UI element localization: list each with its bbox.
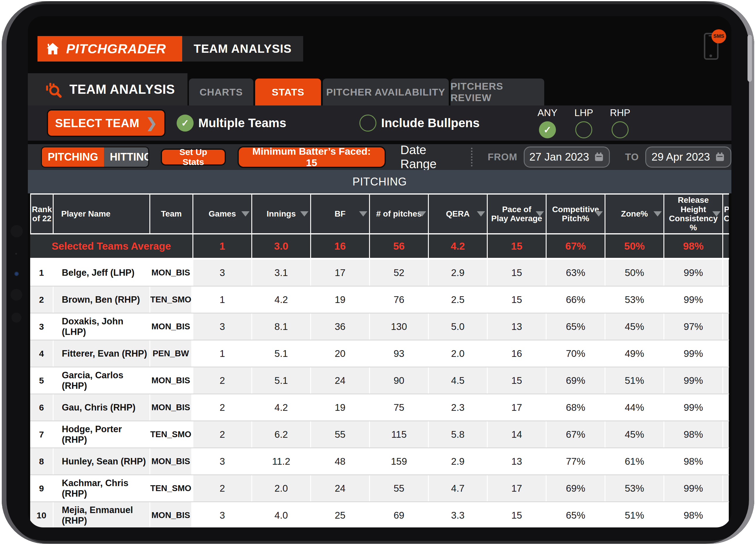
from-date-field[interactable]: 27 Jan 2023: [524, 146, 610, 167]
cell-qera: 4.5: [429, 368, 488, 394]
select-team-button[interactable]: SELECT TEAM ❯: [47, 109, 165, 137]
cell-player-name: Brown, Ben (RHP): [54, 287, 150, 313]
sort-down-icon: [595, 211, 603, 216]
date-range-label: Date Range: [400, 143, 460, 171]
front-camera-small: [11, 313, 21, 323]
cell-games: 3: [193, 448, 252, 474]
cell-bf: 24: [311, 368, 370, 394]
pitching-toggle[interactable]: PITCHING: [42, 147, 104, 167]
app-logo[interactable]: PITCHGRADER: [37, 36, 182, 61]
column-header-bf[interactable]: BF: [311, 194, 370, 233]
cell-pitches: 76: [370, 287, 429, 313]
to-date-field[interactable]: 29 Apr 2023: [645, 146, 731, 167]
cell-qera: 2.5: [429, 287, 488, 313]
cell-rank: 4: [30, 341, 54, 367]
table-row[interactable]: 9Kachmar, Chris (RHP)TEN_SMO22.024554.71…: [30, 475, 729, 502]
cell-clipped: [723, 448, 729, 474]
cell-pace: 13: [488, 448, 547, 474]
cell-bf: 48: [311, 448, 370, 474]
column-header-label: Player Name: [61, 209, 110, 218]
cell-competitive: 63%: [547, 259, 605, 286]
table-row[interactable]: 5Garcia, Carlos (RHP)MON_BIS25.124904.51…: [30, 368, 729, 394]
cell-player-name: Belge, Jeff (LHP): [54, 259, 150, 286]
table-row[interactable]: 3Doxakis, John (LHP)MON_BIS38.1361305.01…: [30, 314, 729, 341]
handedness-option-any[interactable]: ANY✓: [535, 107, 560, 138]
handedness-radio[interactable]: [612, 121, 629, 138]
tab-stats[interactable]: STATS: [255, 78, 321, 105]
handedness-option-rhp[interactable]: RHP: [607, 107, 633, 138]
from-date-value: 27 Jan 2023: [529, 151, 589, 163]
ipad-device-frame: PITCHGRADER TEAM ANALYSIS SMS: [2, 1, 754, 544]
cell-games: 3: [193, 259, 252, 286]
cell-rank: 5: [30, 368, 54, 394]
cell-zone: 53%: [605, 475, 664, 501]
table-row[interactable]: 6Gau, Chris (RHP)MON_BIS24.219752.31768%…: [30, 394, 729, 421]
column-header-competitive[interactable]: Competitive Pitch%: [547, 194, 605, 233]
cell-pitches: 159: [370, 448, 429, 474]
cell-rank: 1: [30, 259, 54, 286]
hitting-toggle[interactable]: HITTING: [104, 147, 149, 167]
cell-player-name: Mejia, Enmanuel (RHP): [54, 502, 150, 527]
cell-clipped: [723, 341, 729, 367]
column-header-zone[interactable]: Zone%: [605, 194, 664, 233]
column-header-innings[interactable]: Innings: [252, 194, 311, 233]
include-bullpens-checkbox[interactable]: [359, 114, 376, 131]
table-row[interactable]: 10Mejia, Enmanuel (RHP)MON_BIS34.025693.…: [30, 502, 729, 527]
cell-rank: 7: [30, 421, 54, 447]
sort-down-icon: [418, 211, 426, 216]
select-team-label: SELECT TEAM: [55, 117, 139, 130]
to-label: TO: [625, 151, 639, 163]
cell-rank: 9: [30, 475, 54, 501]
camera-mic-dot: [15, 253, 17, 254]
section-title: TEAM ANALYSIS: [69, 82, 175, 97]
sms-phone-icon[interactable]: SMS: [704, 29, 731, 64]
handedness-label: LHP: [574, 107, 593, 118]
cell-pace: 16: [488, 341, 547, 367]
table-row[interactable]: 1Belge, Jeff (LHP)MON_BIS33.117522.91563…: [30, 259, 729, 287]
handedness-radio[interactable]: [575, 121, 592, 138]
cell-clipped: [723, 314, 729, 340]
cell-release: 99%: [664, 287, 723, 313]
handedness-option-lhp[interactable]: LHP: [571, 107, 597, 138]
table-row[interactable]: 7Hodge, Porter (RHP)TEN_SMO26.2551155.81…: [30, 421, 729, 448]
cell-team: MON_BIS: [150, 259, 193, 286]
filter-band: PITCHING HITTING Set Up Stats Minimum Ba…: [28, 144, 731, 170]
cell-games: 2: [193, 421, 252, 447]
multiple-teams-checkbox[interactable]: ✓: [177, 114, 194, 131]
column-header-name: Player Name: [54, 194, 150, 233]
column-header-pitches[interactable]: # of pitches: [370, 194, 429, 233]
column-header-release[interactable]: Release Height Consistency %: [664, 194, 723, 233]
table-row[interactable]: 8Hunley, Sean (RHP)MON_BIS311.2481592.91…: [30, 448, 729, 475]
tab-pitcher-availability[interactable]: PITCHER AVAILABILITY: [323, 78, 449, 105]
calendar-icon: [594, 152, 604, 162]
sort-down-icon: [477, 211, 485, 216]
cell-pitches: 55: [370, 475, 429, 501]
setup-stats-button[interactable]: Set Up Stats: [161, 148, 226, 165]
cell-zone: 45%: [605, 421, 664, 447]
column-header-games[interactable]: Games: [193, 194, 252, 233]
table-row[interactable]: 4Fitterer, Evan (RHP)PEN_BW15.120932.016…: [30, 341, 729, 368]
column-header-label: # of pitches: [376, 209, 422, 218]
include-bullpens-label: Include Bullpens: [381, 116, 479, 130]
column-header-pace[interactable]: Pace of Play Average: [488, 194, 547, 233]
cell-pitches: 90: [370, 368, 429, 394]
cell-bf: 19: [311, 287, 370, 313]
minimum-batters-faced-button[interactable]: Minimum Batter’s Faced: 15: [238, 146, 386, 168]
multiple-teams-label: Multiple Teams: [198, 116, 286, 130]
cell-competitive: 69%: [547, 475, 605, 501]
table-row[interactable]: 2Brown, Ben (RHP)TEN_SMO14.219762.51566%…: [30, 287, 729, 314]
handedness-radio[interactable]: ✓: [539, 121, 556, 138]
cell-release: 97%: [664, 314, 723, 340]
cell-innings: 4.0: [252, 502, 311, 527]
tab-pitchers-review[interactable]: PITCHERS REVIEW: [450, 78, 544, 105]
cell-bf: 19: [311, 394, 370, 421]
column-header-qera[interactable]: QERA: [429, 194, 488, 233]
cell-team: TEN_SMO: [150, 475, 193, 501]
cell-qera: 4.7: [429, 475, 488, 501]
cell-zone: 50%: [605, 259, 664, 286]
team-analysis-icon: [45, 80, 63, 98]
front-camera-large: [11, 225, 23, 237]
tab-charts[interactable]: CHARTS: [189, 78, 253, 105]
column-header-team: Team: [150, 194, 193, 233]
cell-bf: 24: [311, 475, 370, 501]
